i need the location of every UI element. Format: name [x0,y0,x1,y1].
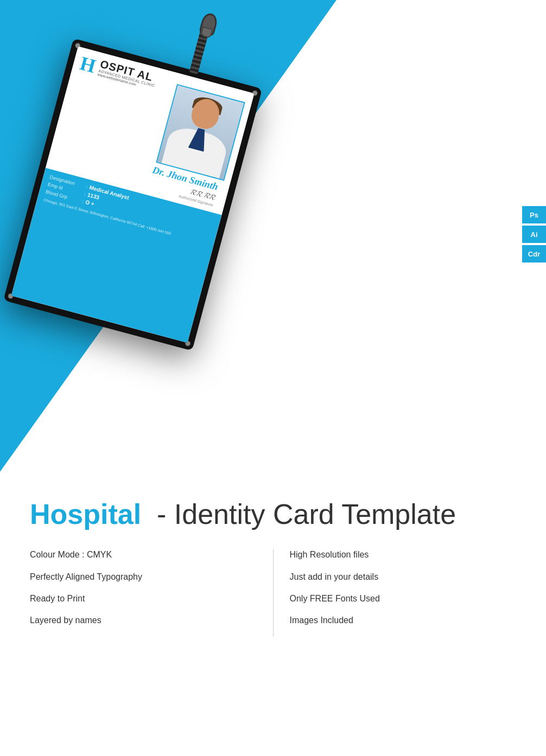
blood-colon: : [81,198,84,204]
feature-right-1: High Resolution files [290,549,500,561]
page-title: Hospital - Identity Card Template [30,499,516,530]
features-right-col: High Resolution files Just add in your d… [274,549,517,637]
features-left-col: Colour Mode : CMYK Perfectly Aligned Typ… [30,549,273,637]
feature-right-4: Images Included [290,614,500,626]
hero-section: Ps Ai Cdr H OSPIT [0,0,546,472]
designation-colon: : [85,184,88,189]
ps-badge: Ps [522,206,546,223]
doctor-photo [156,84,245,181]
software-badges-container: Ps Ai Cdr [522,206,546,262]
lanyard [187,11,214,77]
ai-badge: Ai [522,226,546,243]
feature-left-4: Layered by names [30,614,257,626]
feature-right-3: Only FREE Fonts Used [290,593,500,605]
emp-colon: : [84,191,86,197]
feature-left-3: Ready to Print [30,593,257,605]
cdr-badge: Cdr [522,245,546,262]
info-section: Hospital - Identity Card Template Colour… [0,472,546,658]
features-grid: Colour Mode : CMYK Perfectly Aligned Typ… [30,549,516,637]
page-title-bold: Hospital [30,498,141,530]
feature-left-1: Colour Mode : CMYK [30,549,257,561]
page-title-regular: - Identity Card Template [149,498,456,530]
feature-left-2: Perfectly Aligned Typography [30,571,257,583]
blood-value: O + [85,199,95,207]
doctor-collar [188,127,209,152]
feature-right-2: Just add in your details [290,571,500,583]
doctor-figure [157,85,244,180]
